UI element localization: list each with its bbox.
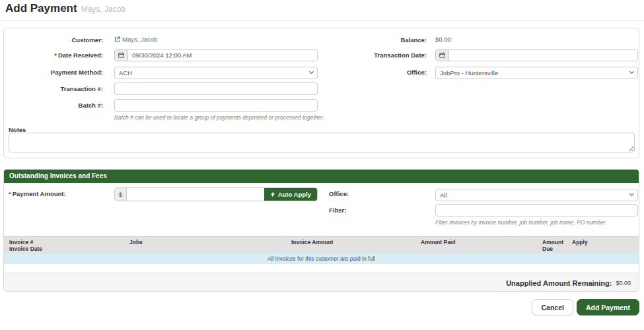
section-header: Outstanding Invoices and Fees xyxy=(4,170,639,183)
external-link-icon xyxy=(114,36,120,42)
batch-number-label: Batch #: xyxy=(4,102,103,109)
add-payment-page: Add PaymentMays, Jacob Customer: Mays, J… xyxy=(0,0,644,330)
payment-method-label: Payment Method: xyxy=(4,69,103,76)
unapplied-amount-label: Unapplied Amount Remaining: xyxy=(506,279,612,287)
column-amount-due: Amount Due xyxy=(542,239,572,252)
unapplied-amount-row: Unapplied Amount Remaining: $0.00 xyxy=(4,273,639,292)
date-received-label: *Date Received: xyxy=(4,51,103,59)
column-invoice-number: Invoice # xyxy=(9,239,129,246)
cancel-button[interactable]: Cancel xyxy=(532,299,573,315)
invoices-office-select-wrap: All xyxy=(435,188,638,201)
date-received-group xyxy=(114,49,318,61)
page-header: Add PaymentMays, Jacob xyxy=(0,0,644,21)
transaction-date-label: Transaction Date: xyxy=(328,51,427,59)
add-payment-button[interactable]: Add Payment xyxy=(577,299,639,315)
invoices-office-select[interactable]: All xyxy=(435,189,638,201)
bolt-icon xyxy=(270,191,275,197)
column-invoice: Invoice # Invoice Date xyxy=(9,239,129,252)
page-title-text: Add Payment xyxy=(5,2,77,15)
payment-amount-group: $ Auto Apply xyxy=(114,187,318,201)
page-title: Add PaymentMays, Jacob xyxy=(5,2,125,15)
invoices-table-header: Invoice # Invoice Date Jobs Invoice Amou… xyxy=(4,236,639,253)
column-invoice-amount: Invoice Amount xyxy=(291,239,421,246)
calendar-icon xyxy=(439,52,445,58)
payment-method-select-wrap: ACH xyxy=(114,66,318,79)
payment-details-card: Customer: Mays, Jacob *Date Received: Pa… xyxy=(3,28,639,158)
filter-help: Filter invoices by invoice number, job n… xyxy=(435,219,607,226)
customer-label: Customer: xyxy=(4,36,103,44)
required-marker: * xyxy=(9,190,11,197)
page-subtitle: Mays, Jacob xyxy=(81,5,125,14)
transaction-date-input[interactable] xyxy=(449,50,637,61)
batch-number-input[interactable] xyxy=(114,99,318,112)
balance-label: Balance: xyxy=(328,36,427,44)
auto-apply-button[interactable]: Auto Apply xyxy=(264,188,317,201)
currency-prefix: $ xyxy=(115,188,127,201)
payment-amount-label: *Payment Amount: xyxy=(9,190,66,197)
date-received-input[interactable] xyxy=(128,50,317,61)
office-select[interactable]: JobPro - Huntersville xyxy=(435,67,638,79)
payment-method-select[interactable]: ACH xyxy=(114,67,318,79)
column-apply: Apply xyxy=(572,239,639,246)
invoices-office-label: Office: xyxy=(329,190,349,197)
filter-label: Filter: xyxy=(329,207,346,214)
transaction-date-calendar-button[interactable] xyxy=(436,50,449,61)
transaction-number-label: Transaction #: xyxy=(4,85,103,92)
transaction-date-group xyxy=(435,49,638,61)
notes-textarea[interactable] xyxy=(9,133,635,152)
customer-link[interactable]: Mays, Jacob xyxy=(114,36,157,43)
empty-invoices-message: All invoices for this customer are paid … xyxy=(4,253,639,264)
filter-input[interactable] xyxy=(435,204,638,216)
outstanding-invoices-card: Outstanding Invoices and Fees *Payment A… xyxy=(3,169,639,292)
required-marker: * xyxy=(54,51,57,59)
date-received-calendar-button[interactable] xyxy=(115,50,128,61)
column-amount-paid: Amount Paid xyxy=(421,239,542,246)
batch-number-help: Batch # can be used to locate a group of… xyxy=(114,114,324,121)
office-select-wrap: JobPro - Huntersville xyxy=(435,66,638,79)
transaction-number-input[interactable] xyxy=(114,82,318,95)
balance-value: $0.00 xyxy=(435,36,451,43)
calendar-icon xyxy=(118,52,124,58)
footer-actions: Cancel Add Payment xyxy=(532,299,639,315)
auto-apply-label: Auto Apply xyxy=(278,191,311,198)
column-jobs: Jobs xyxy=(129,239,291,246)
office-label: Office: xyxy=(328,69,427,76)
column-invoice-date: Invoice Date xyxy=(9,246,129,252)
unapplied-amount-value: $0.00 xyxy=(616,280,631,286)
payment-amount-input[interactable] xyxy=(127,188,264,201)
customer-link-text: Mays, Jacob xyxy=(122,36,157,43)
